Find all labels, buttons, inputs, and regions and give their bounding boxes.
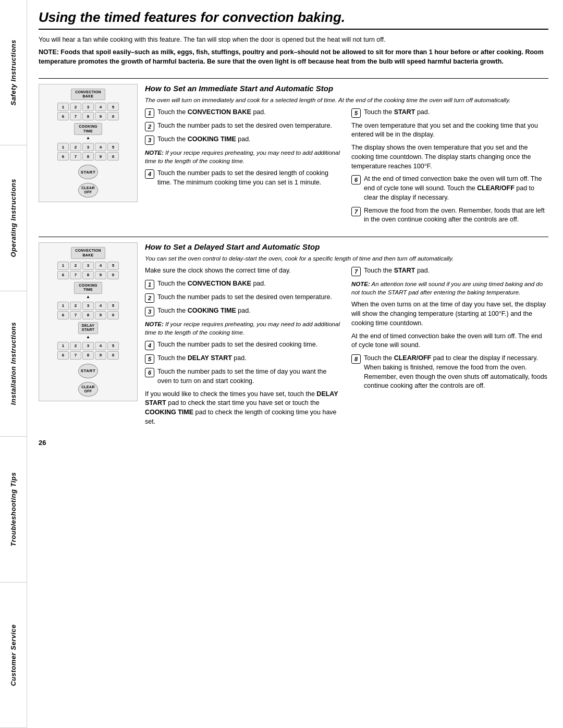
body-1-1: The oven temperature that you set and th…	[351, 121, 548, 140]
step-num-1-3: 3	[145, 135, 154, 145]
step-text-1-1: Touch the CONVECTION BAKE pad.	[157, 108, 266, 117]
key2-2-mid[interactable]: 2	[70, 302, 81, 310]
clear-off-btn-1[interactable]: CLEAROFF	[78, 183, 98, 198]
step-num-2-4: 4	[145, 341, 154, 350]
clear-off-btn-2[interactable]: CLEAROFF	[78, 382, 98, 397]
key2-0-mid[interactable]: 0	[107, 311, 119, 319]
sidebar-section-safety: Safety Instructions	[0, 0, 27, 145]
key2-8-top[interactable]: 8	[82, 271, 94, 279]
cooking-time-btn-1[interactable]: COOKINGTIME	[74, 123, 102, 135]
section1-steps-left: 1 Touch the CONVECTION BAKE pad. 2 Touch…	[145, 108, 342, 229]
step-num-2-1: 1	[145, 280, 154, 289]
step-text-2-6: Touch the number pads to set the time of…	[157, 367, 342, 386]
sidebar-section-installation: Installation Instructions	[0, 291, 27, 437]
key-9-bot[interactable]: 9	[95, 152, 106, 161]
convection-bake-btn-2[interactable]: CONVECTIONBAKE	[71, 247, 105, 259]
key-1-top[interactable]: 1	[57, 103, 69, 111]
numpad-bottom-1: 1 2 3 4 5 6 7 8 9 0	[57, 143, 119, 161]
numpad-bottom-2: 1 2 3 4 5 6 7 8 9 0	[57, 342, 119, 360]
intro-normal: You will hear a fan while cooking with t…	[39, 35, 548, 44]
key2-6-bot[interactable]: 6	[57, 351, 69, 360]
arrow-icon-3: ▲	[86, 335, 90, 339]
key2-3-bot[interactable]: 3	[82, 342, 94, 350]
key2-5-bot[interactable]: 5	[107, 342, 119, 350]
key-7-top[interactable]: 7	[70, 112, 81, 120]
page-title: Using the timed features for convection …	[39, 9, 548, 30]
section2-steps-right: 7 Touch the START pad. NOTE: An attentio…	[351, 266, 548, 430]
sidebar-label-safety: Safety Instructions	[9, 40, 17, 106]
key2-2-top[interactable]: 2	[70, 262, 81, 270]
key2-1-bot[interactable]: 1	[57, 342, 69, 350]
key2-4-bot[interactable]: 4	[95, 342, 106, 350]
key-5-bot[interactable]: 5	[107, 143, 119, 151]
key2-7-bot[interactable]: 7	[70, 351, 81, 360]
key2-9-mid[interactable]: 9	[95, 311, 106, 319]
key-2-top[interactable]: 2	[70, 103, 81, 111]
key2-5-mid[interactable]: 5	[107, 302, 119, 310]
key2-0-top[interactable]: 0	[107, 271, 119, 279]
key2-8-mid[interactable]: 8	[82, 311, 94, 319]
key-2-bot[interactable]: 2	[70, 143, 81, 151]
key2-1-top[interactable]: 1	[57, 262, 69, 270]
key-5-top[interactable]: 5	[107, 103, 119, 111]
step-2-6: 6 Touch the number pads to set the time …	[145, 367, 342, 386]
delay-start-btn-2[interactable]: DELAYSTART	[78, 322, 99, 334]
cooking-time-btn-2[interactable]: COOKINGTIME	[74, 282, 102, 294]
key2-3-top[interactable]: 3	[82, 262, 94, 270]
note-2-1: NOTE: If your recipe requires preheating…	[145, 320, 342, 337]
convection-bake-btn-1[interactable]: CONVECTIONBAKE	[71, 89, 105, 101]
key2-8-bot[interactable]: 8	[82, 351, 94, 360]
key-1-bot[interactable]: 1	[57, 143, 69, 151]
key2-7-top[interactable]: 7	[70, 271, 81, 279]
key-4-bot[interactable]: 4	[95, 143, 106, 151]
start-btn-1[interactable]: START	[78, 165, 98, 179]
key2-4-top[interactable]: 4	[95, 262, 106, 270]
key-6-bot[interactable]: 6	[57, 152, 69, 161]
step-num-2-5: 5	[145, 354, 154, 364]
sidebar-section-troubleshooting: Troubleshooting Tips	[0, 437, 27, 582]
step-1-6: 6 At the end of timed convection bake th…	[351, 175, 548, 202]
start-btn-2[interactable]: START	[78, 364, 98, 378]
key2-4-mid[interactable]: 4	[95, 302, 106, 310]
step-2-4: 4 Touch the number pads to set the desir…	[145, 340, 342, 350]
note-1-1: NOTE: If your recipe requires preheating…	[145, 149, 342, 165]
key-3-top[interactable]: 3	[82, 103, 94, 111]
key2-2-bot[interactable]: 2	[70, 342, 81, 350]
step-text-1-5: Touch the START pad.	[364, 108, 430, 117]
key2-9-bot[interactable]: 9	[95, 351, 106, 360]
key-7-bot[interactable]: 7	[70, 152, 81, 161]
key-4-top[interactable]: 4	[95, 103, 106, 111]
step-num-2-6: 6	[145, 368, 154, 377]
key2-5-top[interactable]: 5	[107, 262, 119, 270]
sidebar-label-troubleshooting: Troubleshooting Tips	[9, 472, 17, 546]
key2-3-mid[interactable]: 3	[82, 302, 94, 310]
key-3-bot[interactable]: 3	[82, 143, 94, 151]
arrow-icon-2: ▲	[86, 294, 90, 299]
key2-6-top[interactable]: 6	[57, 271, 69, 279]
step-1-7: 7 Remove the food from the oven. Remembe…	[351, 206, 548, 225]
key-8-top[interactable]: 8	[82, 112, 94, 120]
step-text-1-7: Remove the food from the oven. Remember,…	[364, 206, 548, 225]
section2-heading: How to Set a Delayed Start and Automatic…	[145, 242, 548, 251]
key2-1-mid[interactable]: 1	[57, 302, 69, 310]
sidebar: Safety Instructions Operating Instructio…	[0, 0, 27, 728]
key-9-top[interactable]: 9	[95, 112, 106, 120]
key-0-top[interactable]: 0	[107, 112, 119, 120]
step-1-3: 3 Touch the COOKING TIME pad.	[145, 135, 342, 145]
key-0-bot[interactable]: 0	[107, 152, 119, 161]
key2-6-mid[interactable]: 6	[57, 311, 69, 319]
step-text-2-4: Touch the number pads to set the desired…	[157, 340, 317, 350]
key-8-bot[interactable]: 8	[82, 152, 94, 161]
key2-0-bot[interactable]: 0	[107, 351, 119, 360]
body-2-1: If you would like to check the times you…	[145, 390, 342, 427]
step-1-2: 2 Touch the number pads to set the desir…	[145, 121, 342, 131]
key-6-top[interactable]: 6	[57, 112, 69, 120]
step-text-1-2: Touch the number pads to set the desired…	[157, 121, 332, 131]
key2-7-mid[interactable]: 7	[70, 311, 81, 319]
section2-steps: Make sure the clock shows the correct ti…	[145, 266, 548, 430]
main-content: Using the timed features for convection …	[27, 0, 563, 728]
step-text-2-8: Touch the CLEAR/OFF pad to clear the dis…	[364, 354, 548, 391]
key2-9-top[interactable]: 9	[95, 271, 106, 279]
step-1-5: 5 Touch the START pad.	[351, 108, 548, 118]
section1-instructions: How to Set an Immediate Start and Automa…	[145, 84, 548, 229]
